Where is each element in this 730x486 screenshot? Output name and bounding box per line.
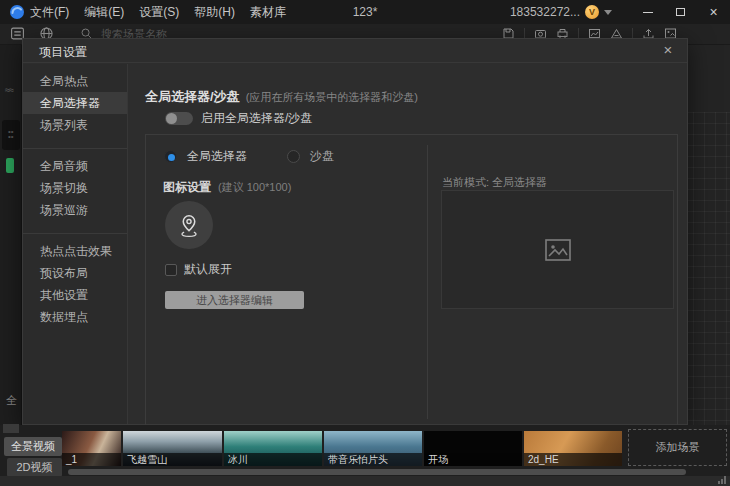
section-title: 全局选择器/沙盘(应用在所有场景中的选择器和沙盘) bbox=[145, 88, 418, 106]
sidebar-item-hotspot-click-effect[interactable]: 热点点击效果 bbox=[23, 240, 127, 262]
sidebar-item-global-selector[interactable]: 全局选择器 bbox=[23, 92, 127, 114]
enable-toggle[interactable] bbox=[165, 112, 193, 125]
statusbar bbox=[0, 476, 730, 486]
enable-toggle-label: 启用全局选择器/沙盘 bbox=[201, 110, 312, 127]
default-expand-row: 默认展开 bbox=[165, 261, 232, 278]
project-settings-dialog: 项目设置 × 全局热点 全局选择器 场景列表 全局音频 场景切换 场景巡游 热点… bbox=[22, 38, 688, 425]
sidebar-item-preset-layout[interactable]: 预设布局 bbox=[23, 262, 127, 284]
settings-sidebar: 全局热点 全局选择器 场景列表 全局音频 场景切换 场景巡游 热点点击效果 预设… bbox=[23, 64, 128, 424]
radio-global-selector[interactable] bbox=[164, 150, 177, 163]
minimize-icon bbox=[643, 12, 653, 13]
account-name: 183532272... bbox=[510, 5, 580, 19]
chevron-down-icon[interactable] bbox=[604, 10, 612, 15]
window-controls: × bbox=[631, 0, 730, 24]
dialog-close-button[interactable]: × bbox=[659, 41, 677, 59]
account-area[interactable]: 183532272... V bbox=[510, 0, 612, 24]
scene-name: 开场 bbox=[424, 453, 522, 466]
resize-grip-icon[interactable] bbox=[718, 476, 726, 484]
sidebar-group: 热点点击效果 预设布局 其他设置 数据埋点 bbox=[23, 233, 127, 334]
sidebar-item-scene-list[interactable]: 场景列表 bbox=[23, 114, 127, 136]
vip-badge-icon: V bbox=[585, 5, 599, 19]
maximize-button[interactable] bbox=[664, 0, 697, 24]
mode-radio-group: 全局选择器 沙盘 bbox=[164, 148, 364, 165]
enable-toggle-row: 启用全局选择器/沙盘 bbox=[165, 110, 312, 127]
scene-name: 飞越雪山 bbox=[123, 453, 222, 466]
scene-thumbnail[interactable]: 2d_HE bbox=[524, 431, 622, 466]
scene-name: 冰川 bbox=[224, 453, 322, 466]
toggle-knob bbox=[166, 113, 177, 124]
sidebar-item-global-hotspot[interactable]: 全局热点 bbox=[23, 70, 127, 92]
radio-sandbox[interactable] bbox=[287, 150, 300, 163]
dialog-title: 项目设置 bbox=[39, 44, 87, 61]
titlebar: 文件(F) 编辑(E) 设置(S) 帮助(H) 素材库 123* 1835322… bbox=[0, 0, 730, 24]
scene-bar: 全景视频 2D视频 _1 飞越雪山 冰川 带音乐怕片头 开场 2d_HE 添加场… bbox=[0, 425, 730, 476]
selector-icon-button[interactable] bbox=[165, 201, 213, 249]
scene-name: _1 bbox=[62, 453, 121, 466]
enter-selector-edit-button[interactable]: 进入选择器编辑 bbox=[165, 291, 304, 309]
maximize-icon bbox=[676, 8, 685, 16]
sidebar-item-scene-tour[interactable]: 场景巡游 bbox=[23, 199, 127, 221]
vertical-divider bbox=[427, 145, 428, 419]
location-pin-icon bbox=[176, 212, 202, 238]
section-subtitle: (应用在所有场景中的选择器和沙盘) bbox=[246, 91, 418, 103]
close-button[interactable]: × bbox=[697, 0, 730, 24]
scene-scrollbar[interactable] bbox=[68, 469, 686, 475]
panel-stub bbox=[3, 424, 19, 433]
sidebar-item-other-settings[interactable]: 其他设置 bbox=[23, 284, 127, 306]
icon-setting-label: 图标设置 bbox=[163, 180, 211, 194]
icon-setting-hint: (建议 100*100) bbox=[218, 181, 291, 193]
sidebar-group: 全局音频 场景切换 场景巡游 bbox=[23, 148, 127, 227]
image-placeholder-icon bbox=[545, 239, 571, 261]
default-expand-checkbox[interactable] bbox=[165, 264, 177, 276]
radio-sandbox-label[interactable]: 沙盘 bbox=[310, 148, 334, 165]
green-indicator bbox=[6, 158, 14, 173]
settings-content: 全局选择器/沙盘(应用在所有场景中的选择器和沙盘) 启用全局选择器/沙盘 全局选… bbox=[129, 64, 687, 424]
scene-name: 2d_HE bbox=[524, 453, 622, 466]
scene-thumbnail[interactable]: _1 bbox=[62, 431, 121, 466]
sidebar-group: 全局热点 全局选择器 场景列表 bbox=[23, 64, 127, 142]
scene-thumbnail[interactable]: 飞越雪山 bbox=[123, 431, 222, 466]
close-icon: × bbox=[709, 5, 717, 19]
sidebar-item-scene-transition[interactable]: 场景切换 bbox=[23, 177, 127, 199]
current-mode-label: 当前模式: 全局选择器 bbox=[442, 175, 547, 190]
icon-setting-row: 图标设置(建议 100*100) bbox=[163, 179, 291, 196]
scene-thumbnail[interactable]: 冰川 bbox=[224, 431, 322, 466]
scene-name: 带音乐怕片头 bbox=[324, 453, 422, 466]
selector-settings-panel: 全局选择器 沙盘 图标设置(建议 100*100) 默认展开 bbox=[145, 134, 678, 430]
default-expand-label: 默认展开 bbox=[184, 261, 232, 278]
app-window: ≈≈ •••• 全 文件(F) 编辑(E) 设置(S) 帮助(H) 素材库 12… bbox=[0, 0, 730, 486]
scene-thumbnail[interactable]: 带音乐怕片头 bbox=[324, 431, 422, 466]
section-title-text: 全局选择器/沙盘 bbox=[145, 89, 240, 104]
left-panel-strip: ≈≈ •••• 全 bbox=[0, 45, 22, 475]
dots-icon: •••• bbox=[8, 129, 14, 139]
add-scene-button[interactable]: 添加场景 bbox=[628, 429, 727, 466]
document-title: 123* bbox=[0, 0, 730, 24]
sidebar-item-global-audio[interactable]: 全局音频 bbox=[23, 155, 127, 177]
minimize-button[interactable] bbox=[631, 0, 664, 24]
scene-thumbnail[interactable]: 开场 bbox=[424, 431, 522, 466]
clipped-label: 全 bbox=[6, 393, 21, 406]
radio-global-selector-label[interactable]: 全局选择器 bbox=[187, 148, 247, 165]
tab-panorama-video[interactable]: 全景视频 bbox=[4, 437, 62, 456]
dialog-header: 项目设置 × bbox=[23, 39, 687, 63]
selector-preview-box bbox=[441, 190, 674, 309]
wave-icon: ≈≈ bbox=[5, 85, 13, 95]
sidebar-item-data-tracking[interactable]: 数据埋点 bbox=[23, 306, 127, 328]
tab-2d-video[interactable]: 2D视频 bbox=[7, 458, 62, 477]
